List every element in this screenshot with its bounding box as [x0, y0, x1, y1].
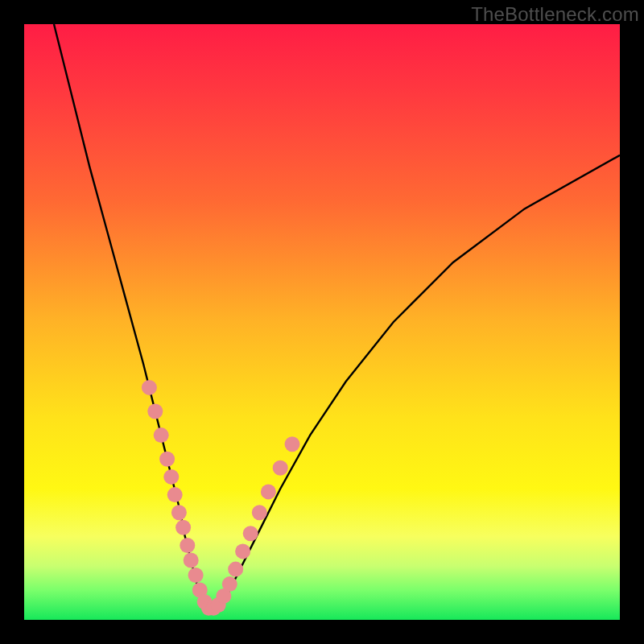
marker-dot — [147, 404, 163, 419]
watermark-text: TheBottleneck.com — [471, 3, 639, 26]
marker-dot — [154, 427, 169, 443]
marker-dot — [175, 520, 191, 535]
marker-dot — [235, 543, 250, 559]
marker-dot — [222, 576, 237, 592]
marker-dot — [285, 436, 300, 452]
marker-dot — [243, 526, 258, 541]
marker-dot — [188, 568, 204, 583]
marker-dot — [167, 487, 183, 502]
marker-dot — [228, 562, 243, 577]
marker-dot — [171, 505, 187, 520]
marker-dot — [252, 505, 267, 520]
marker-dot — [184, 553, 199, 568]
marker-dot — [180, 538, 195, 553]
marker-dot — [261, 484, 276, 499]
curve-svg — [24, 24, 620, 620]
marker-dot — [273, 460, 288, 476]
chart-frame: TheBottleneck.com — [0, 0, 644, 644]
marker-dot — [163, 469, 179, 485]
marker-dot — [142, 380, 157, 395]
plot-area — [24, 24, 620, 620]
bottleneck-curve — [54, 24, 620, 608]
marker-dot — [159, 452, 175, 467]
